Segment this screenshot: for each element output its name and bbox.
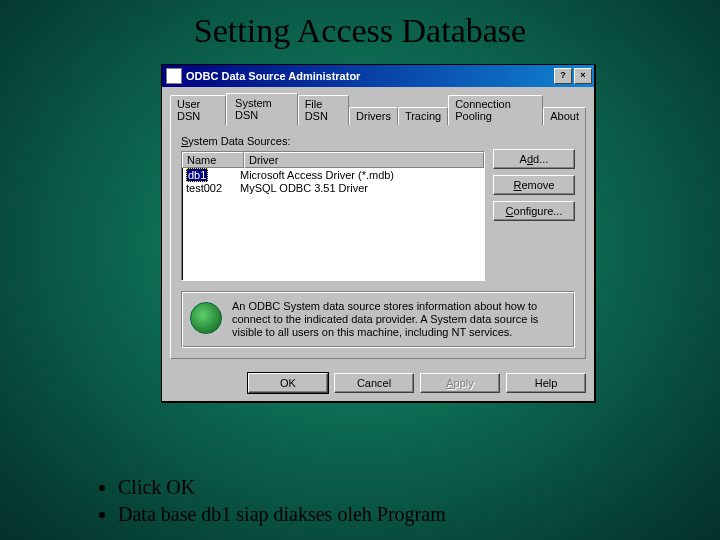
slide-title: Setting Access Database [0,0,720,50]
table-row[interactable]: db1 Microsoft Access Driver (*.mdb) [184,169,482,182]
tab-tracing[interactable]: Tracing [398,107,448,125]
table-row[interactable]: test002 MySQL ODBC 3.51 Driver [184,182,482,195]
col-driver-header[interactable]: Driver [244,152,484,168]
tab-file-dsn[interactable]: File DSN [298,95,349,125]
list-item: Data base db1 siap diakses oleh Program [118,501,446,528]
tab-panel: System Data Sources: Name Driver db1 Mic… [170,124,586,359]
list-item: Click OK [118,474,446,501]
close-button[interactable]: × [574,68,592,84]
odbc-dialog: ODBC Data Source Administrator ? × User … [161,64,595,402]
titlebar[interactable]: ODBC Data Source Administrator ? × [162,65,594,87]
cancel-button[interactable]: Cancel [334,373,414,393]
slide-bullets: Click OK Data base db1 siap diakses oleh… [78,474,446,528]
tab-about[interactable]: About [543,107,586,125]
tab-drivers[interactable]: Drivers [349,107,398,125]
datasources-label: System Data Sources: [181,135,485,147]
window-title: ODBC Data Source Administrator [186,70,552,82]
help-button-bottom[interactable]: Help [506,373,586,393]
tab-user-dsn[interactable]: User DSN [170,95,226,125]
ok-button[interactable]: OK [248,373,328,393]
info-frame: An ODBC System data source stores inform… [181,291,575,348]
app-icon [166,68,182,84]
help-button[interactable]: ? [554,68,572,84]
configure-button[interactable]: Configure... [493,201,575,221]
tab-pooling[interactable]: Connection Pooling [448,95,543,125]
dsn-listbox[interactable]: Name Driver db1 Microsoft Access Driver … [181,151,485,281]
globe-icon [190,302,222,334]
bottom-buttons: OK Cancel Apply Help [162,367,594,401]
tab-system-dsn[interactable]: System DSN [226,93,298,126]
info-text: An ODBC System data source stores inform… [232,300,566,339]
apply-button[interactable]: Apply [420,373,500,393]
tabstrip: User DSN System DSN File DSN Drivers Tra… [170,93,586,125]
add-button[interactable]: Add... [493,149,575,169]
remove-button[interactable]: Remove [493,175,575,195]
col-name-header[interactable]: Name [182,152,244,168]
